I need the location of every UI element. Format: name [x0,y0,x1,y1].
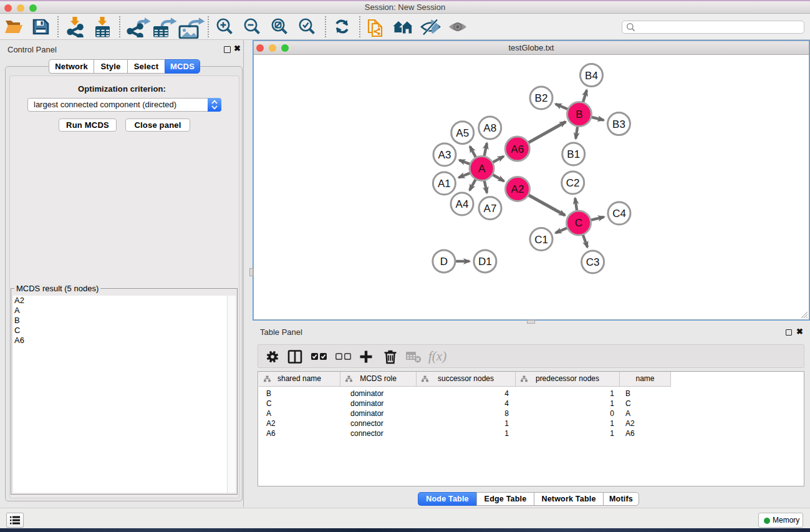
svg-text:D1: D1 [478,256,492,268]
svg-text:A7: A7 [484,203,497,215]
svg-text:C2: C2 [566,177,580,189]
svg-text:A6: A6 [511,143,524,155]
svg-text:C3: C3 [586,256,600,268]
svg-text:C1: C1 [534,234,548,246]
svg-text:B: B [576,109,582,120]
svg-text:A8: A8 [483,122,496,134]
svg-text:B2: B2 [535,92,548,104]
svg-text:B1: B1 [567,148,580,160]
svg-text:A3: A3 [438,149,451,161]
svg-text:A1: A1 [438,178,451,190]
svg-text:A2: A2 [511,183,524,195]
svg-text:C4: C4 [612,208,626,220]
svg-text:C: C [575,217,582,229]
svg-text:A: A [478,163,486,175]
svg-text:D: D [440,256,448,268]
svg-text:B3: B3 [612,118,625,130]
svg-text:B4: B4 [585,70,598,82]
svg-text:A5: A5 [456,127,469,139]
svg-text:A4: A4 [456,198,469,210]
